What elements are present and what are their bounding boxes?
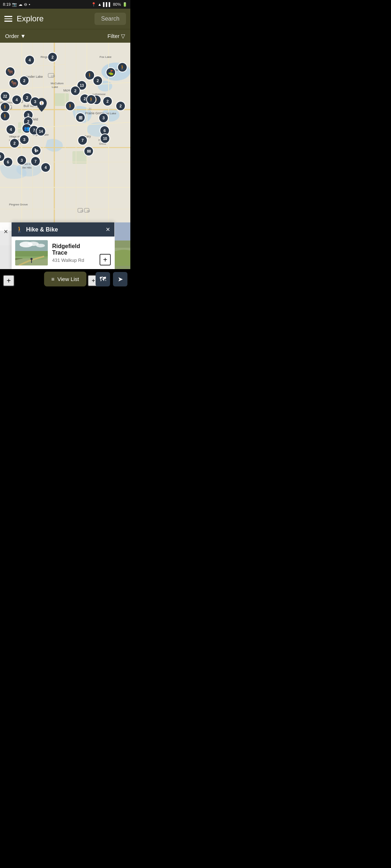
marker-3-lakeinthehill[interactable]: 3 (17, 155, 27, 165)
view-list-label: View List (58, 276, 79, 282)
header: Explore Search (0, 9, 130, 29)
popup-right-preview[interactable] (114, 222, 130, 269)
marker-frame-icon[interactable]: ⊞ (75, 112, 85, 123)
svg-rect-75 (115, 222, 130, 241)
battery-display: 80% (113, 2, 121, 7)
marker-2-left[interactable]: 2 (19, 76, 29, 86)
marker-hike-woodstock[interactable]: 🚶 (0, 102, 10, 112)
marker-10-foxriver[interactable]: 10 (100, 133, 110, 144)
marker-2-islandlake[interactable]: 2 (115, 101, 126, 111)
marker-7-cary[interactable]: 7 (77, 135, 88, 145)
status-right: 📍 ▲ ▌▌▌ 80% 🔋 (91, 2, 127, 7)
filter-bar: Order ▼ Filter ▽ (0, 29, 130, 43)
location-button[interactable]: ➤ (113, 272, 127, 286)
marker-3-prairie[interactable]: 3 (98, 113, 109, 123)
marker-14-crystal[interactable]: 14 (36, 126, 46, 136)
order-label: Order (5, 33, 19, 39)
view-list-button[interactable]: ≡ View List (44, 272, 87, 286)
wifi-icon: ▲ (98, 2, 102, 7)
signal-icon: ▌▌▌ (103, 2, 112, 7)
filter-button[interactable]: Filter ▽ (108, 33, 125, 39)
header-left: Explore (4, 14, 44, 24)
selected-pin-marker[interactable]: 🚶 (37, 98, 47, 113)
marker-cow-2[interactable]: 🐂 (9, 78, 19, 88)
battery-icon: 🔋 (122, 2, 127, 7)
popup-trail-name: Ridgefield Trace (52, 243, 95, 256)
popup-trail-image[interactable] (15, 240, 48, 265)
svg-text:the Hills: the Hills (22, 166, 31, 169)
svg-text:Lake: Lake (52, 85, 58, 89)
marker-4-woodstock[interactable]: 4 (12, 95, 22, 105)
map-icon: 🗺 (100, 276, 106, 283)
hamburger-line-1 (4, 16, 12, 17)
svg-text:McCullom: McCullom (51, 82, 64, 85)
popup-content: Ridgefield Trace 431 Walkup Rd + (12, 237, 114, 269)
popup-close-right-button[interactable]: × (106, 225, 110, 234)
svg-text:31: 31 (89, 107, 92, 110)
dot-icon: • (29, 2, 30, 7)
svg-text:Village of: Village of (9, 135, 20, 138)
map-action-buttons: 🗺 ➤ (96, 272, 127, 286)
svg-text:60: 60 (87, 210, 90, 212)
popup-card: 🚶 Hike & Bike × (12, 222, 114, 269)
marker-6-bottom[interactable]: 6 (3, 157, 13, 167)
hamburger-line-3 (4, 21, 12, 22)
marker-hike-prairie[interactable]: 🚶 (65, 101, 75, 111)
marker-22-woodstock[interactable]: 22 (0, 91, 10, 101)
popup-trail-address: 431 Walkup Rd (52, 258, 95, 263)
marker-2-mchenry2[interactable]: 2 (70, 86, 80, 96)
svg-text:25: 25 (80, 210, 83, 212)
marker-7-lakeinthehill[interactable]: 7 (30, 156, 41, 166)
status-left: 8:19 📷 ☁ ⊖ • (3, 2, 30, 7)
marker-cow-1[interactable]: 🐂 (5, 67, 15, 77)
map-container[interactable]: 14 120 31 47 176 25 60 Wonder Lake McCul… (0, 43, 130, 231)
hamburger-line-2 (4, 18, 12, 20)
marker-2-right2[interactable]: 2 (102, 96, 113, 106)
marker-hike-johnsburg[interactable]: 🚶 (85, 70, 95, 80)
marker-3-lakewood[interactable]: 3 (19, 135, 29, 145)
marker-hike-prairie2[interactable]: 🚶 (86, 94, 96, 105)
order-chevron-icon: ▼ (20, 33, 26, 39)
marker-golf[interactable]: ⛳ (106, 67, 116, 77)
add-btn-left: + (3, 275, 14, 286)
photo-icon: 📷 (12, 2, 17, 7)
filter-funnel-icon: ▽ (121, 33, 125, 39)
marker-2-lakewood[interactable]: 2 (9, 138, 20, 148)
svg-point-71 (30, 258, 33, 260)
search-button[interactable]: Search (94, 13, 126, 25)
map-view-button[interactable]: 🗺 (96, 272, 110, 286)
zoom-add-button[interactable]: + (3, 275, 14, 286)
marker-hike-topleft[interactable]: 🚶 (117, 62, 127, 72)
bottom-popup: × 🚶 Hike & Bike × (0, 222, 130, 269)
status-bar: 8:19 📷 ☁ ⊖ • 📍 ▲ ▌▌▌ 80% 🔋 (0, 0, 130, 9)
page-title: Explore (17, 14, 44, 24)
popup-header: 🚶 Hike & Bike × (12, 222, 114, 237)
marker-4-left[interactable]: 4 (6, 124, 16, 135)
cloud-icon: ☁ (18, 2, 22, 7)
location-arrow-icon: ➤ (118, 275, 123, 283)
popup-close-left-button[interactable]: × (0, 222, 12, 269)
marker-ski-icon[interactable]: ⛷ (31, 145, 41, 156)
marker-4-wonderlake[interactable]: 4 (25, 55, 35, 65)
marker-2-ringwood[interactable]: 2 (47, 52, 58, 62)
popup-trail-info: Ridgefield Trace 431 Walkup Rd (52, 243, 95, 263)
popup-right-preview-image (115, 222, 130, 269)
popup-category-label: Hike & Bike (26, 226, 58, 233)
marker-4-lakeinthehill[interactable]: 4 (41, 162, 51, 173)
bottom-action-bar: + ≡ View List + 🗺 ➤ (0, 269, 130, 289)
svg-text:Fox Lake: Fox Lake (100, 55, 112, 59)
svg-text:120: 120 (51, 75, 55, 77)
svg-point-70 (36, 244, 45, 247)
marker-mail-icon[interactable]: ✉ (84, 146, 94, 156)
filter-label: Filter (108, 33, 119, 39)
marker-hike-left[interactable]: 🚶 (0, 111, 10, 121)
view-list-icon: ≡ (51, 276, 55, 282)
svg-text:🚶: 🚶 (40, 101, 44, 106)
popup-add-button[interactable]: + (100, 254, 111, 265)
svg-text:Pingree Grove: Pingree Grove (9, 203, 28, 206)
location-icon: 📍 (91, 2, 96, 7)
popup-category-icon: 🚶 (16, 226, 23, 233)
order-button[interactable]: Order ▼ (5, 33, 26, 39)
popup-header-left: 🚶 Hike & Bike (16, 226, 58, 233)
menu-button[interactable] (4, 16, 12, 22)
